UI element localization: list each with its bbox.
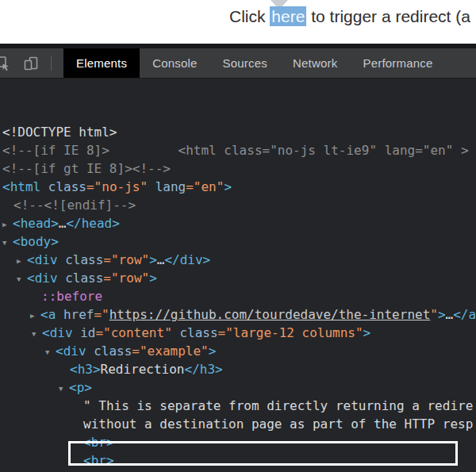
dom-tree-row[interactable]: <br> [0, 433, 476, 451]
code-segment-value: ="row" [103, 271, 149, 286]
code-segment-comment: <!--<![endif]--> [13, 198, 136, 213]
tab-network[interactable]: Network [280, 48, 350, 79]
code-segment-tag: > [149, 271, 157, 286]
collapse-arrow-icon[interactable]: ▼ [59, 380, 69, 398]
page-paragraph: Click here to trigger a redirect (a [229, 7, 470, 26]
expand-arrow-icon[interactable]: ▶ [17, 252, 27, 271]
code-segment-plain [40, 179, 48, 194]
here-link[interactable]: here [270, 6, 306, 26]
code-segment-plain [86, 343, 94, 359]
dom-tree-row[interactable]: ▶<head>…</head> [0, 214, 476, 232]
code-segment-value: " [430, 307, 438, 322]
code-segment-tag: > [224, 179, 232, 194]
code-segment-value: ="large-12 columns" [218, 325, 363, 340]
code-segment-tag: <div [56, 343, 86, 359]
code-segment-tag: <div [42, 325, 73, 340]
dom-tree-row[interactable]: <!--[if gt IE 8]><!--> [0, 159, 476, 178]
code-segment-tag: > [438, 307, 446, 322]
code-segment-attr: class [179, 325, 217, 340]
code-segment-plain: … [59, 216, 67, 231]
code-segment-tag: > [149, 252, 157, 267]
tab-console[interactable]: Console [140, 48, 209, 79]
code-segment-tag: <a [40, 307, 56, 322]
dom-tree-row[interactable]: ▼<div class="row"> [0, 269, 476, 287]
code-segment-tag: <head> [13, 216, 59, 231]
code-segment-tag: > [209, 343, 217, 359]
code-segment-plain: " This is separate from directly returni… [83, 398, 473, 413]
code-segment-value: ="en" [186, 179, 224, 194]
page-text-before: Click [229, 7, 270, 25]
code-segment-tag: <body> [13, 234, 59, 249]
code-segment-plain [73, 325, 81, 340]
dom-tree-row[interactable]: ▼<body> [0, 232, 476, 251]
code-segment-plain [148, 179, 155, 194]
code-segment-tag: </a> [453, 307, 476, 322]
code-segment-value: ="no-js" [86, 179, 148, 194]
code-segment-value: ="row" [103, 252, 149, 267]
code-segment-pseudo: ::before [41, 289, 102, 304]
code-segment-value: ="example" [132, 343, 208, 359]
collapse-arrow-icon[interactable]: ▼ [32, 325, 42, 343]
tab-sources[interactable]: Sources [210, 48, 280, 79]
code-segment-value: ="content" [95, 325, 171, 340]
dom-tree-row[interactable]: <!--[if IE 8]> <html class="no-js lt-ie9… [0, 141, 476, 159]
dom-tree-row[interactable]: ▼<div class="example"> [0, 342, 476, 360]
code-segment-tag: <div [27, 271, 58, 286]
collapse-arrow-icon[interactable]: ▼ [2, 234, 13, 252]
code-segment-value: =" [94, 307, 109, 322]
dom-tree-row[interactable]: " This is separate from directly returni… [0, 397, 476, 415]
code-segment-attr: class [65, 271, 103, 286]
code-segment-attr: lang [155, 179, 186, 194]
code-segment-attr: class [94, 343, 132, 359]
dom-tree-row[interactable]: <html class="no-js" lang="en"> [0, 178, 476, 196]
dom-tree-row[interactable]: without a destination page as part of th… [0, 415, 476, 433]
code-segment-plain: Redirection [101, 362, 185, 377]
code-segment-attr: id [80, 325, 95, 340]
tab-performance[interactable]: Performance [350, 48, 445, 79]
page-text-after: to trigger a redirect (a [306, 7, 470, 25]
dom-tree-row[interactable]: <br> [0, 451, 476, 470]
code-segment-plain: without a destination page as part of th… [83, 416, 473, 432]
tab-elements[interactable]: Elements [63, 48, 140, 79]
code-segment-comment: <!--[if IE 8]> <html class="no-js lt-ie9… [2, 143, 469, 158]
code-segment-attr: href [63, 307, 94, 322]
code-segment-tag: <br> [83, 435, 114, 450]
code-segment-tag: </head> [66, 216, 119, 231]
code-segment-tag: </h3> [185, 362, 223, 377]
dom-tree-row[interactable]: <h3>Redirection</h3> [0, 360, 476, 378]
collapse-arrow-icon[interactable]: ▼ [45, 343, 56, 362]
code-segment-plain [58, 252, 66, 267]
dom-tree-row[interactable]: ::before [0, 287, 476, 305]
device-toolbar-button[interactable] [21, 48, 40, 79]
dom-tree-row[interactable]: <!DOCTYPE html> [0, 123, 476, 141]
code-segment-tag: <br> [83, 453, 114, 468]
devtools-window: Click here to trigger a redirect (a Elem… [0, 0, 476, 472]
dom-tree-row[interactable]: ▶<a href="https://github.com/tourdedave/… [0, 305, 476, 324]
devtools-panel: ElementsConsoleSourcesNetworkPerformance… [0, 44, 476, 472]
code-segment-tag: <div [27, 252, 58, 267]
code-segment-plain [56, 307, 63, 322]
dom-tree-row[interactable]: <!--<![endif]--> [0, 196, 476, 214]
code-segment-attr: class [48, 179, 86, 194]
code-segment-tag: <h3> [70, 362, 101, 377]
expand-arrow-icon[interactable]: ▶ [2, 216, 13, 234]
code-segment-tag: > [363, 325, 371, 340]
code-segment-plain: … [157, 252, 165, 267]
inspect-element-button[interactable] [0, 48, 12, 79]
code-segment-tag: <p> [69, 380, 92, 395]
code-segment-tag: <html [2, 179, 40, 194]
code-segment-plain: <!DOCTYPE html> [2, 125, 117, 140]
tab-bar: ElementsConsoleSourcesNetworkPerformance [63, 48, 476, 79]
dom-tree: <!DOCTYPE html><!--[if IE 8]> <html clas… [0, 122, 476, 472]
dom-tree-row[interactable]: ▼<p> [0, 378, 476, 397]
dom-tree-row[interactable]: ▶<div class="row">…</div> [0, 251, 476, 269]
code-segment-plain [172, 325, 180, 340]
code-segment-plain: … [446, 307, 454, 322]
devtools-toolbar: ElementsConsoleSourcesNetworkPerformance [0, 48, 476, 79]
code-segment-plain [58, 271, 66, 286]
inspect-cursor-icon [0, 54, 12, 73]
collapse-arrow-icon[interactable]: ▼ [17, 271, 27, 289]
dom-tree-row[interactable]: ▼<div id="content" class="large-12 colum… [0, 324, 476, 342]
webpage-preview-pane: Click here to trigger a redirect (a [0, 0, 476, 44]
expand-arrow-icon[interactable]: ▶ [30, 307, 40, 325]
